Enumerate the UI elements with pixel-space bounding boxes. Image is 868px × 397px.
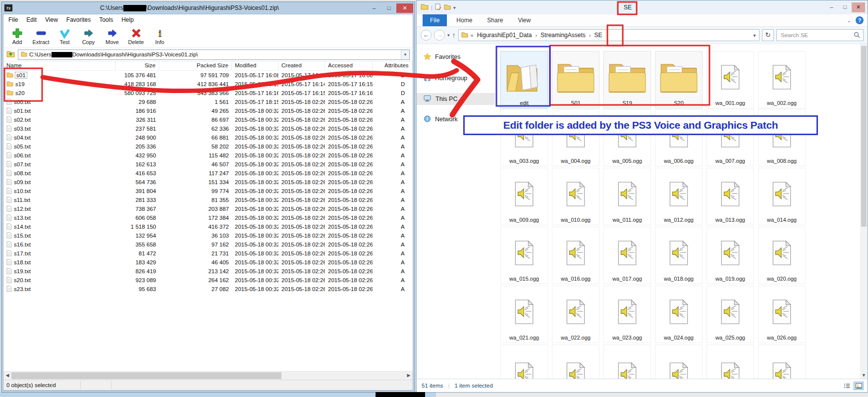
sidebar-item-this-pc[interactable]: This PC [417, 93, 495, 105]
extract-button[interactable]: Extract [30, 28, 52, 45]
horizontal-scrollbar[interactable]: ◀ ▶ [3, 371, 413, 380]
table-row[interactable]: s02.txt326 31186 6972015-05-18 00:322015… [3, 115, 413, 124]
properties-icon[interactable] [435, 3, 441, 12]
test-button[interactable]: Test [54, 28, 76, 45]
file-tile[interactable]: wa_020.ogg [758, 227, 806, 284]
minimize-button[interactable]: – [367, 3, 381, 13]
file-tile[interactable] [500, 345, 548, 379]
scroll-down-icon[interactable]: ▼ [860, 373, 868, 378]
menu-edit[interactable]: Edit [26, 16, 37, 25]
column-size[interactable]: Size [115, 61, 159, 70]
table-row[interactable]: s10.txt391 80499 7742015-05-18 00:322015… [3, 187, 413, 196]
menu-tools[interactable]: Tools [99, 16, 113, 25]
table-row[interactable]: s06.txt432 950115 4822015-05-18 00:32201… [3, 151, 413, 160]
file-tile[interactable] [603, 345, 651, 379]
folder-tile-edit[interactable]: edit [500, 51, 548, 108]
file-tile[interactable]: wa_014.ogg [758, 168, 806, 225]
file-tile[interactable]: wa_011.ogg [603, 168, 651, 225]
chevron-right-icon[interactable]: › [588, 32, 593, 38]
scroll-right-icon[interactable]: ▶ [405, 372, 413, 380]
maximize-button[interactable]: □ [838, 2, 852, 12]
chevron-down-icon[interactable]: ▼ [401, 50, 409, 59]
breadcrumb-item[interactable]: StreamingAssets [540, 32, 587, 39]
address-dropdown-icon[interactable]: ▾ [750, 33, 759, 38]
close-button[interactable]: ✕ [852, 2, 865, 12]
file-tile[interactable]: wa_023.ogg [603, 286, 651, 343]
file-tile[interactable]: wa_002.ogg [758, 51, 806, 108]
sidebar-item-homegroup[interactable]: Homegroup [417, 72, 495, 84]
chevron-right-icon[interactable]: › [534, 32, 539, 38]
table-row[interactable]: s16.txt355 65897 1622015-05-18 00:322015… [3, 240, 413, 249]
tab-home[interactable]: Home [449, 14, 480, 26]
file-tile[interactable]: wa_025.ogg [706, 286, 754, 343]
menu-help[interactable]: Help [121, 16, 134, 25]
menu-favorites[interactable]: Favorites [66, 16, 91, 25]
table-row[interactable]: s14.txt1 518 150416 3722015-05-18 00:322… [3, 222, 413, 231]
copy-button[interactable]: Copy [77, 28, 100, 45]
breadcrumb-item[interactable]: HigurashiEp01_Data [476, 32, 533, 39]
column-created[interactable]: Created [278, 61, 325, 70]
up-button[interactable]: ↑ [452, 31, 456, 39]
tab-file[interactable]: File [423, 14, 447, 26]
column-attributes[interactable]: Attributes [373, 61, 413, 70]
file-tile[interactable]: wa_016.ogg [552, 227, 599, 284]
column-accessed[interactable]: Accessed [325, 61, 373, 70]
info-button[interactable]: i Info [149, 28, 171, 45]
table-row[interactable]: s17.txt81 47221 7312015-05-18 00:322015-… [3, 249, 413, 258]
close-button[interactable]: ✕ [396, 3, 413, 13]
column-name[interactable]: Name [3, 61, 115, 70]
table-row[interactable]: s07.txt162 61346 5072015-05-18 00:322015… [3, 160, 413, 169]
menu-file[interactable]: File [8, 16, 18, 25]
7zip-titlebar[interactable]: 7z C:\Users\Downloads\Higurashi\Higurash… [1, 2, 415, 14]
breadcrumb-collapse[interactable]: « [469, 32, 475, 38]
scrollbar-thumb[interactable] [861, 46, 867, 227]
chevron-down-icon[interactable]: ▾ [453, 5, 456, 10]
file-tile[interactable]: wa_013.ogg [706, 168, 754, 225]
folder-tile-s19[interactable]: S19 [603, 51, 651, 108]
folder-up-icon[interactable] [6, 50, 15, 59]
table-row[interactable]: s09.txt564 736151 3342015-05-18 00:32201… [3, 178, 413, 187]
tab-view[interactable]: View [510, 14, 538, 26]
refresh-button[interactable]: ↻ [762, 29, 774, 41]
file-tile[interactable]: wa_024.ogg [655, 286, 703, 343]
scrollbar-thumb[interactable] [11, 372, 281, 379]
add-button[interactable]: Add [6, 28, 28, 45]
explorer-titlebar[interactable]: | ▾ SE – □ ✕ [417, 0, 868, 14]
sidebar-item-favorites[interactable]: Favorites [417, 51, 495, 63]
table-row[interactable]: s18.txt183 42946 4052015-05-18 00:322015… [3, 258, 413, 267]
file-tile[interactable]: wa_022.ogg [552, 286, 599, 343]
table-row[interactable]: s11.txt281 33381 3552015-05-18 00:322015… [3, 196, 413, 204]
vertical-scrollbar[interactable]: ▼ [860, 44, 868, 379]
file-tile[interactable]: wa_009.ogg [500, 168, 548, 225]
table-row[interactable]: s20580 093 725543 383 9662015-05-17 16:1… [3, 89, 413, 98]
table-row[interactable]: s08.txt416 653117 2472015-05-18 00:32201… [3, 169, 413, 178]
file-tile[interactable]: wa_026.ogg [758, 286, 806, 343]
forward-button[interactable]: → [434, 30, 445, 41]
archive-path-input[interactable]: C:\UsersDownloads\Higurashi\HigurashiPS3… [18, 50, 410, 60]
details-view-button[interactable] [842, 382, 852, 390]
table-row[interactable]: s19.txt826 419213 1422015-05-18 00:32201… [3, 267, 413, 276]
scroll-left-icon[interactable]: ◀ [3, 372, 11, 380]
search-input[interactable]: Search SE [776, 29, 864, 41]
history-dropdown-icon[interactable]: ▾ [447, 33, 450, 38]
table-row[interactable]: s03.txt237 58162 3362015-05-18 00:322015… [3, 124, 413, 133]
file-tile[interactable] [758, 345, 806, 379]
file-tile[interactable]: wa_010.ogg [552, 168, 599, 225]
column-modified[interactable]: Modified [232, 61, 278, 70]
table-row[interactable]: s05.txt205 33658 2022015-05-18 00:322015… [3, 142, 413, 151]
delete-button[interactable]: Delete [125, 28, 147, 45]
folder-tile-s01[interactable]: S01 [552, 51, 599, 108]
help-icon[interactable]: ? [856, 16, 864, 24]
table-row[interactable]: s12.txt738 367203 8872015-05-18 00:32201… [3, 204, 413, 213]
table-row[interactable]: s04.txt248 90066 8812015-05-18 00:322015… [3, 133, 413, 142]
file-tile[interactable]: wa_001.ogg [706, 51, 754, 108]
large-icons-view-button[interactable] [854, 382, 864, 390]
maximize-button[interactable]: □ [381, 3, 396, 13]
ribbon-expand-icon[interactable]: ⌄ [847, 18, 851, 23]
table-row[interactable]: s01105 376 48197 591 7092015-05-17 16:08… [3, 71, 413, 80]
table-row[interactable]: s00.txt29 6881 5612015-05-17 18:152015-0… [3, 98, 413, 106]
file-tile[interactable]: wa_012.ogg [655, 168, 703, 225]
table-row[interactable]: s13.txt606 058172 3842015-05-18 00:32201… [3, 213, 413, 222]
column-packed-size[interactable]: Packed Size [159, 61, 232, 70]
move-button[interactable]: Move [101, 28, 123, 45]
